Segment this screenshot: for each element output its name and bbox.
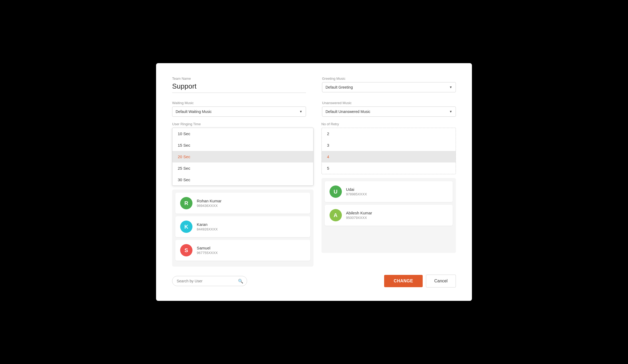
avatar: A: [330, 209, 342, 221]
team-name-value: Support: [172, 82, 306, 93]
search-input[interactable]: [172, 276, 247, 286]
waiting-music-chevron-icon: ▼: [299, 110, 302, 113]
ringing-time-dropdown[interactable]: 10 Sec 15 Sec 20 Sec 25 Sec 30 Sec: [172, 128, 313, 186]
greeting-music-value: Default Greeting: [326, 85, 353, 89]
cancel-button[interactable]: Cancel: [426, 275, 456, 287]
no-of-retry-label: No of Retry: [321, 122, 456, 126]
list-item[interactable]: S Samuel 967755XXXX: [175, 240, 310, 261]
user-phone: 978985XXXX: [346, 192, 367, 196]
avatar: K: [180, 221, 192, 233]
retry-3[interactable]: 3: [322, 139, 456, 151]
list-item[interactable]: A Abilesh Kumar 950079XXXX: [325, 205, 453, 226]
greeting-music-chevron-icon: ▼: [449, 85, 452, 89]
search-wrapper: 🔍: [172, 276, 247, 286]
user-name: Udai: [346, 187, 367, 192]
waiting-music-select[interactable]: Default Waiting Music ▼: [172, 107, 306, 117]
left-user-list: R Rohan Kumar 989436XXXX K Karan 844926X…: [172, 189, 313, 267]
retry-4[interactable]: 4: [322, 151, 456, 162]
settings-modal: Team Name Support Greeting Music Default…: [156, 63, 472, 301]
search-icon: 🔍: [238, 279, 243, 284]
list-item[interactable]: R Rohan Kumar 989436XXXX: [175, 193, 310, 214]
user-name: Abilesh Kumar: [346, 211, 372, 215]
avatar: R: [180, 197, 192, 209]
unanswered-music-label: Unanswered Music: [322, 101, 456, 105]
user-phone: 844926XXXX: [197, 227, 218, 231]
user-phone: 967755XXXX: [197, 251, 218, 255]
user-name: Samuel: [197, 246, 218, 250]
retry-2[interactable]: 2: [322, 128, 456, 139]
user-name: Karan: [197, 222, 218, 227]
list-item[interactable]: K Karan 844926XXXX: [175, 216, 310, 237]
greeting-music-label: Greeting Music: [322, 77, 456, 81]
user-phone: 950079XXXX: [346, 216, 372, 220]
ringing-15sec[interactable]: 15 Sec: [172, 139, 313, 151]
retry-5[interactable]: 5: [322, 162, 456, 174]
change-button[interactable]: CHANGE: [384, 275, 423, 287]
list-item[interactable]: U Udai 978985XXXX: [325, 181, 453, 202]
team-name-label: Team Name: [172, 77, 306, 81]
unanswered-music-select[interactable]: Default Unanswered Music ▼: [322, 107, 456, 117]
ringing-30sec[interactable]: 30 Sec: [172, 174, 313, 185]
right-user-list: U Udai 978985XXXX A Abilesh Kumar 950079…: [321, 178, 456, 253]
avatar: S: [180, 244, 192, 256]
waiting-music-value: Default Waiting Music: [176, 109, 212, 114]
action-buttons: CHANGE Cancel: [384, 275, 456, 287]
ringing-25sec[interactable]: 25 Sec: [172, 162, 313, 174]
ringing-10sec[interactable]: 10 Sec: [172, 128, 313, 139]
user-ringing-time-label: User Ringing Time: [172, 122, 313, 126]
waiting-music-label: Waiting Music: [172, 101, 306, 105]
ringing-20sec[interactable]: 20 Sec: [172, 151, 313, 162]
retry-dropdown[interactable]: 2 3 4 5: [321, 128, 456, 174]
unanswered-music-value: Default Unanswered Music: [326, 109, 370, 114]
user-name: Rohan Kumar: [197, 199, 222, 203]
unanswered-music-chevron-icon: ▼: [449, 110, 452, 113]
bottom-bar: 🔍 CHANGE Cancel: [172, 275, 456, 287]
user-phone: 989436XXXX: [197, 204, 222, 208]
avatar: U: [330, 185, 342, 198]
greeting-music-select[interactable]: Default Greeting ▼: [322, 82, 456, 92]
